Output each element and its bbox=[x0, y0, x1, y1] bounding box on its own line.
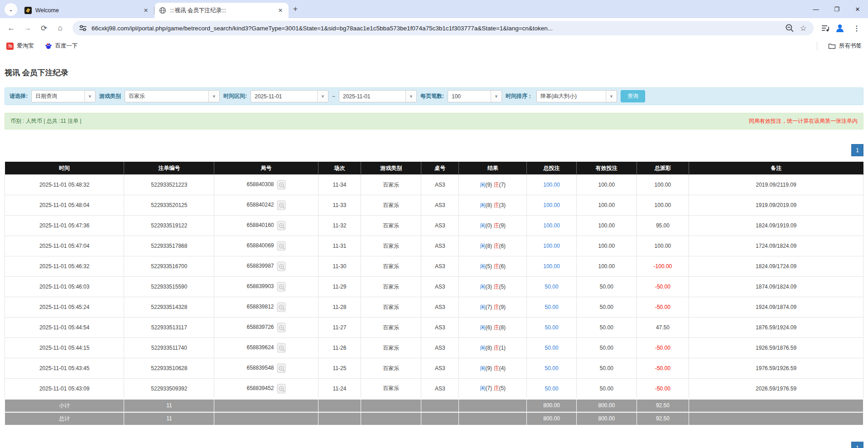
sort-select[interactable]: 降幂(由大到小) ▼ bbox=[536, 90, 617, 102]
table-header-row: 时间 注单编号 局号 场次 游戏类别 桌号 结果 总投注 有效投注 总派彩 备注 bbox=[5, 162, 863, 175]
video-replay-icon[interactable] bbox=[277, 261, 286, 271]
table-row: 2025-11-01 05:47:36 522933519122 6588401… bbox=[5, 216, 863, 236]
address-bar[interactable]: 66cxkj98.com/ipl/portal.php/game/betreco… bbox=[72, 21, 814, 35]
bet-time: 2025-11-01 05:44:15 bbox=[5, 338, 124, 358]
bet-time: 2025-11-01 05:47:36 bbox=[5, 216, 124, 236]
tab-search-button[interactable]: ⌄ bbox=[5, 3, 17, 16]
video-replay-icon[interactable] bbox=[277, 323, 286, 332]
total-bet-link[interactable]: 50.00 bbox=[545, 385, 559, 392]
video-replay-icon[interactable] bbox=[277, 363, 286, 373]
round-cell: 658839548 bbox=[214, 358, 318, 379]
total-bet-link[interactable]: 100.00 bbox=[543, 182, 560, 188]
round-id: 658839812 bbox=[246, 303, 274, 310]
banker-label: 庄 bbox=[493, 243, 499, 249]
bookmarks-bar: 淘 爱淘宝 百度一下 所有书签 bbox=[0, 38, 868, 54]
media-controls-icon[interactable] bbox=[821, 24, 830, 33]
video-replay-icon[interactable] bbox=[277, 282, 286, 292]
tab-close-icon[interactable]: ✕ bbox=[277, 7, 284, 14]
zoom-out-icon[interactable] bbox=[785, 23, 795, 33]
minimize-button[interactable]: — bbox=[805, 0, 826, 18]
total-bet-link[interactable]: 100.00 bbox=[543, 202, 560, 208]
video-replay-icon[interactable] bbox=[277, 302, 286, 312]
col-note: 备注 bbox=[689, 162, 863, 175]
tab-welcome[interactable]: Welcome ✕ bbox=[20, 3, 154, 18]
close-window-button[interactable]: ✕ bbox=[847, 0, 868, 18]
tab-betrecord[interactable]: :::视讯 会员下注纪录::: ✕ bbox=[154, 3, 289, 18]
table-row: 2025-11-01 05:48:32 522933521223 6588403… bbox=[5, 175, 863, 195]
round-id: 658839624 bbox=[246, 344, 274, 351]
total-row: 总计 11 800.00 800.00 92.50 bbox=[5, 412, 863, 425]
total-bet-link[interactable]: 50.00 bbox=[545, 324, 559, 331]
maximize-button[interactable]: ❐ bbox=[826, 0, 847, 18]
payout: 47.50 bbox=[637, 318, 689, 338]
new-tab-button[interactable]: + bbox=[293, 5, 298, 14]
search-button[interactable]: 查询 bbox=[621, 90, 645, 102]
total-bet-link[interactable]: 50.00 bbox=[545, 365, 559, 371]
tab-title: :::视讯 会员下注纪录::: bbox=[170, 7, 273, 14]
payout: 95.00 bbox=[637, 216, 689, 236]
site-settings-icon[interactable] bbox=[78, 23, 88, 33]
video-replay-icon[interactable] bbox=[277, 241, 286, 251]
url-text[interactable]: 66cxkj98.com/ipl/portal.php/game/betreco… bbox=[92, 25, 781, 32]
total-bet-link[interactable]: 100.00 bbox=[543, 263, 560, 270]
video-replay-icon[interactable] bbox=[277, 221, 286, 231]
player-score: (5) bbox=[485, 263, 492, 270]
video-replay-icon[interactable] bbox=[277, 180, 286, 190]
player-label: 闲 bbox=[480, 202, 485, 208]
back-button[interactable]: ← bbox=[5, 21, 18, 35]
subtotal-count: 11 bbox=[124, 399, 214, 412]
date-to-select[interactable]: 2025-11-01 ▼ bbox=[339, 90, 417, 102]
home-button[interactable]: ⌂ bbox=[53, 21, 67, 35]
bet-id: 522933519122 bbox=[124, 216, 214, 236]
browser-toolbar: ← → ⟳ ⌂ 66cxkj98.com/ipl/portal.php/game… bbox=[0, 18, 868, 38]
total-bet-cell: 100.00 bbox=[527, 256, 577, 277]
date-from-select[interactable]: 2025-11-01 ▼ bbox=[251, 90, 328, 102]
video-replay-icon[interactable] bbox=[277, 200, 286, 210]
player-score: (9) bbox=[485, 365, 492, 371]
total-bet-link[interactable]: 50.00 bbox=[545, 304, 559, 310]
bet-id: 522933514328 bbox=[124, 297, 214, 318]
banker-score: (7) bbox=[499, 182, 506, 188]
banker-label: 庄 bbox=[493, 263, 499, 270]
forward-button[interactable]: → bbox=[21, 21, 34, 35]
bookmark-baidu[interactable]: 百度一下 bbox=[45, 42, 78, 50]
result-cell: 闲(6) 庄(8) bbox=[459, 318, 527, 338]
bookmark-taobao[interactable]: 淘 爱淘宝 bbox=[6, 42, 34, 50]
page-size-select[interactable]: 100 ▼ bbox=[448, 90, 502, 102]
round-cell: 658839452 bbox=[214, 379, 318, 399]
note: 2019.09/2119.09 bbox=[689, 175, 863, 195]
total-bet-link[interactable]: 50.00 bbox=[545, 345, 559, 351]
session-no: 11-30 bbox=[318, 256, 361, 277]
player-score: (6) bbox=[485, 324, 492, 331]
note: 1876.59/1924.09 bbox=[689, 318, 863, 338]
profile-avatar-icon[interactable] bbox=[834, 23, 845, 34]
menu-kebab-icon[interactable]: ⋮ bbox=[850, 21, 863, 35]
page-1-button[interactable]: 1 bbox=[851, 144, 863, 156]
bookmark-star-icon[interactable]: ☆ bbox=[798, 23, 808, 33]
all-bookmarks-button[interactable]: 所有书签 bbox=[828, 42, 862, 50]
subtotal-payout: 92.50 bbox=[637, 399, 689, 412]
game-type-select[interactable]: 百家乐 ▼ bbox=[125, 90, 220, 102]
valid-bet: 50.00 bbox=[577, 318, 637, 338]
page-1-button[interactable]: 1 bbox=[851, 442, 863, 448]
total-bet-link[interactable]: 100.00 bbox=[543, 222, 560, 229]
video-replay-icon[interactable] bbox=[277, 384, 286, 394]
tab-close-icon[interactable]: ✕ bbox=[142, 7, 149, 14]
result-cell: 闲(7) 庄(5) bbox=[459, 379, 527, 399]
video-replay-icon[interactable] bbox=[277, 343, 286, 353]
table-no: AS3 bbox=[421, 297, 459, 318]
total-bet-cell: 50.00 bbox=[527, 379, 577, 399]
chevron-down-icon: ⌄ bbox=[9, 6, 13, 13]
table-no: AS3 bbox=[421, 318, 459, 338]
filter-bar: 请选择: 日期查询 ▼ 游戏类别 百家乐 ▼ 时间区间: 2025-11-01 … bbox=[5, 87, 863, 105]
note: 1824.09/1919.09 bbox=[689, 216, 863, 236]
total-bet-cell: 50.00 bbox=[527, 318, 577, 338]
valid-bet: 50.00 bbox=[577, 338, 637, 358]
bet-id: 522933511740 bbox=[124, 338, 214, 358]
query-type-select[interactable]: 日期查询 ▼ bbox=[31, 90, 96, 102]
reload-button[interactable]: ⟳ bbox=[37, 21, 51, 35]
total-bet-link[interactable]: 50.00 bbox=[545, 284, 559, 290]
payout: -50.00 bbox=[637, 338, 689, 358]
total-bet-link[interactable]: 100.00 bbox=[543, 243, 560, 249]
result-cell: 闲(0) 庄(9) bbox=[459, 216, 527, 236]
